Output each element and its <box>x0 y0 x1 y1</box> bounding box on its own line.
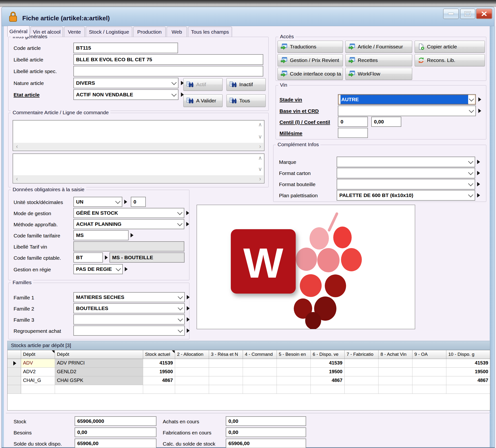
tab-tous-les-champs[interactable]: Tous les champs <box>188 27 232 37</box>
scroll-left-icon[interactable]: ‹ <box>16 143 18 150</box>
scroll-left-icon[interactable]: ‹ <box>16 176 18 182</box>
regroupement-achat-lookup-arrow[interactable] <box>187 329 190 333</box>
stade-vin-lookup-arrow[interactable] <box>478 97 481 102</box>
header-dispo-global[interactable]: 10 - Dispo. g <box>446 350 490 359</box>
horizontal-scrollbar[interactable]: ‹› <box>14 143 264 150</box>
commentaire-article-textarea[interactable]: ∧ ∨ ‹› <box>13 120 264 151</box>
nature-article-combo[interactable]: DIVERS <box>73 78 178 88</box>
scroll-right-icon[interactable]: › <box>259 176 261 182</box>
format-bouteille-combo[interactable] <box>337 179 475 190</box>
libelle-article-field[interactable]: BLLE BX EVOL ECO BL CET 75 <box>73 54 263 65</box>
gestion-regie-combo[interactable]: PAS DE REGIE <box>73 264 123 274</box>
gestion-prix-revient-button[interactable]: Gestion / Prix Revient <box>278 54 343 66</box>
row-selector[interactable] <box>8 359 21 368</box>
famille2-lookup-arrow[interactable] <box>187 306 190 311</box>
stade-vin-combo[interactable]: AUTRE <box>338 94 476 105</box>
stocks-table[interactable]: Dépôt Dépôt Stock actuel 2 - Allocation … <box>7 350 490 410</box>
header-depot-code[interactable]: Dépôt <box>21 350 55 359</box>
header-dispo-vente[interactable]: 6 - Dispo. ve <box>311 350 345 359</box>
libelle-article-spec-field[interactable] <box>73 66 263 76</box>
format-carton-combo[interactable] <box>337 168 475 178</box>
tab-general[interactable]: Général <box>7 26 30 37</box>
code-article-field[interactable]: BT115 <box>73 43 178 53</box>
maximize-button[interactable] <box>460 9 475 19</box>
recons-lib-button[interactable]: Recons. Lib. <box>415 54 485 66</box>
workflow-button[interactable]: WorkFlow <box>345 68 412 80</box>
regroupement-achat-combo[interactable] <box>73 326 185 336</box>
tab-vente[interactable]: Vente <box>64 27 85 37</box>
scroll-right-icon[interactable]: › <box>259 143 261 150</box>
code-famille-tarifaire-field[interactable]: MS <box>73 230 129 240</box>
horizontal-scrollbar[interactable]: ‹› <box>14 175 264 182</box>
achats-en-cours-field[interactable]: 0,00 <box>226 416 306 426</box>
header-fabrication[interactable]: 7 - Fabricatio <box>345 350 379 359</box>
marque-lookup-arrow[interactable] <box>477 160 480 164</box>
code-famille-tarifaire-lookup-arrow[interactable] <box>131 233 133 238</box>
filter-actif-button[interactable]: Actif <box>183 78 223 91</box>
gestion-regie-lookup-arrow[interactable] <box>125 267 128 271</box>
base-vin-combo[interactable] <box>338 105 476 116</box>
code-famille-cptable-field[interactable]: BT <box>73 253 103 263</box>
header-oa[interactable]: 9 - OA <box>412 350 446 359</box>
scroll-up-icon[interactable]: ∧ <box>258 122 262 127</box>
header-depot-name[interactable]: Dépôt <box>55 350 143 359</box>
famille1-lookup-arrow[interactable] <box>187 295 190 299</box>
centil-field[interactable]: 0 <box>338 117 368 127</box>
mode-gestion-combo[interactable]: GÉRÉ EN STOCK <box>73 208 184 218</box>
scroll-down-icon[interactable]: ∨ <box>258 134 262 139</box>
header-commande[interactable]: 4 - Command <box>243 350 277 359</box>
code-famille-cptable-lookup-arrow[interactable] <box>105 255 108 260</box>
minimize-button[interactable] <box>443 9 459 19</box>
traductions-button[interactable]: Traductions <box>278 41 343 53</box>
unite-stock-lookup-arrow[interactable] <box>124 200 127 204</box>
header-stock-actuel[interactable]: Stock actuel <box>143 350 175 359</box>
solde-stock-dispo-field[interactable]: 65906,00 <box>75 439 156 448</box>
header-selector[interactable] <box>8 350 21 359</box>
table-row[interactable]: ADV2 GENLD2 19500 19500 19500 <box>8 368 490 376</box>
besoins-field[interactable]: 0,00 <box>75 427 156 437</box>
decimales-field[interactable]: 0 <box>131 197 146 207</box>
tab-production[interactable]: Production <box>133 27 166 37</box>
scroll-up-icon[interactable]: ∧ <box>258 155 262 161</box>
header-achat-vin[interactable]: 8 - Achat Vin <box>379 350 412 359</box>
table-row[interactable]: CHAI_G CHAI GSPK 4867 4867 4867 <box>8 376 490 385</box>
millesime-field[interactable] <box>338 128 368 138</box>
calc-solde-stock-field[interactable]: 65906,00 <box>226 439 306 448</box>
stock-field[interactable]: 65906,0000 <box>75 416 156 426</box>
article-fournisseur-button[interactable]: Article / Fournisseur <box>345 41 412 53</box>
base-vin-lookup-arrow[interactable] <box>478 109 481 113</box>
header-allocation[interactable]: 2 - Allocation <box>175 350 209 359</box>
table-row[interactable]: ADV ADV PRINCI 41539 41539 41539 <box>8 359 490 368</box>
etat-article-combo[interactable]: ACTIF NON VENDABLE <box>73 89 178 100</box>
famille3-combo[interactable] <box>73 314 185 325</box>
recettes-button[interactable]: Recettes <box>345 54 412 66</box>
plan-palettisation-combo[interactable]: PALETTE DE 600 BT (6x10x10) <box>337 190 475 201</box>
unite-stock-combo[interactable]: UN <box>73 197 122 207</box>
tab-web[interactable]: Web <box>167 27 187 37</box>
header-resa[interactable]: 3 - Résa et N <box>209 350 243 359</box>
marque-combo[interactable] <box>337 157 475 167</box>
famille2-combo[interactable]: BOUTEILLES <box>73 303 185 314</box>
famille3-lookup-arrow[interactable] <box>187 317 190 322</box>
fabrications-en-cours-field[interactable]: 0,00 <box>226 427 306 437</box>
row-selector[interactable] <box>8 385 21 394</box>
close-button[interactable] <box>476 9 492 19</box>
format-bouteille-lookup-arrow[interactable] <box>477 182 480 186</box>
row-selector[interactable] <box>8 376 21 385</box>
plan-palettisation-lookup-arrow[interactable] <box>477 193 480 197</box>
commentaire-commande-textarea[interactable]: ∧ ∨ ‹› <box>13 153 264 183</box>
header-besoin[interactable]: 5 - Besoin en <box>277 350 311 359</box>
copier-article-button[interactable]: Copier article <box>415 41 485 53</box>
scroll-down-icon[interactable]: ∨ <box>258 166 262 172</box>
table-row[interactable] <box>8 385 490 394</box>
methode-appro-lookup-arrow[interactable] <box>186 222 189 226</box>
filter-tous-button[interactable]: Tous <box>226 94 266 107</box>
tab-stock-logistique[interactable]: Stock / Logistique <box>86 27 132 37</box>
filter-a-valider-button[interactable]: A Valider <box>183 94 223 107</box>
code-interface-coop-button[interactable]: Code interface coop ta <box>278 68 343 80</box>
coef-centil-field[interactable]: 0,00 <box>371 117 401 127</box>
methode-appro-combo[interactable]: ACHAT PLANNING <box>73 219 184 229</box>
row-selector[interactable] <box>8 368 21 376</box>
format-carton-lookup-arrow[interactable] <box>477 171 480 175</box>
mode-gestion-lookup-arrow[interactable] <box>186 211 189 215</box>
